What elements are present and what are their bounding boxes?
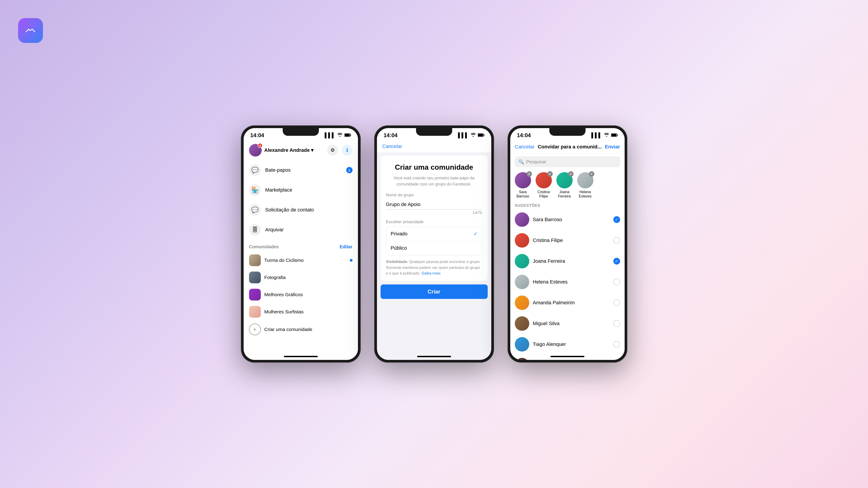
- checkmark-icon: ✓: [473, 231, 477, 237]
- phone3-notch: [549, 128, 586, 136]
- phone-2: 14:04 ▌▌▌ Cancelar Criar uma comunidade: [374, 125, 494, 363]
- cristina-radio[interactable]: [613, 237, 620, 244]
- wifi-icon: [470, 132, 476, 138]
- selected-contacts-row: × SaraBarroso × CristinaFilipe: [510, 170, 625, 201]
- messenger-app-icon: [18, 18, 43, 43]
- privacy-section: Privado ✓ Público: [386, 227, 482, 255]
- privacy-private-option[interactable]: Privado ✓: [386, 227, 482, 241]
- community-item-graphics[interactable]: Melhores Gráficos: [244, 286, 358, 303]
- cycling-avatar: [249, 254, 261, 266]
- cristina-remove-button[interactable]: ×: [547, 171, 553, 177]
- contact-request-label: Solicitação de contato: [265, 207, 314, 213]
- user-name-display[interactable]: Alexandre Andrade ▾: [265, 147, 314, 153]
- phone1-content: 4 Alexandre Andrade ▾ ⚙ ℹ: [244, 140, 358, 360]
- tiago-name: Tiago Alenquer: [533, 341, 566, 347]
- cristina-selected-name: CristinaFilipe: [537, 190, 550, 198]
- community-item-photo[interactable]: Fotografia: [244, 269, 358, 286]
- magda-avatar: [515, 358, 529, 360]
- phone2-cancel-button[interactable]: Cancelar: [382, 143, 402, 149]
- sara-selected-name: SaraBarroso: [516, 190, 529, 198]
- phone1-header: 4 Alexandre Andrade ▾ ⚙ ℹ: [244, 140, 358, 160]
- group-name-input[interactable]: [386, 200, 482, 210]
- public-label: Público: [391, 245, 407, 251]
- communities-title: Comunidades: [249, 244, 279, 250]
- contact-helena[interactable]: Helena Esteves: [510, 271, 625, 292]
- phone1-time: 14:04: [250, 132, 264, 138]
- photo-avatar: [249, 271, 261, 283]
- contact-cristina[interactable]: Cristina Filipe: [510, 230, 625, 251]
- edit-communities-button[interactable]: Editar: [340, 244, 352, 250]
- phone-1: 14:04 ▌▌▌: [241, 125, 361, 363]
- wifi-icon: [604, 132, 609, 138]
- chevron-down-icon: ▾: [311, 147, 313, 153]
- group-name-label: Nome do grupo: [386, 193, 482, 197]
- sara-radio[interactable]: ✓: [613, 216, 620, 223]
- svg-rect-2: [345, 134, 350, 136]
- saiba-mais-link[interactable]: Saiba mais: [422, 271, 440, 275]
- photo-name: Fotografia: [265, 275, 286, 280]
- create-community-item[interactable]: + Criar uma comunidade: [244, 320, 358, 338]
- joana-remove-button[interactable]: ×: [568, 171, 574, 177]
- miguel-radio[interactable]: [613, 320, 620, 327]
- contact-magda[interactable]: Magda Santos: [510, 355, 625, 360]
- phone2-status-icons: ▌▌▌: [458, 132, 485, 138]
- selected-sara: × SaraBarroso: [515, 172, 531, 198]
- contact-tiago[interactable]: Tiago Alenquer: [510, 334, 625, 355]
- community-item-surf[interactable]: Mulheres Surfistas: [244, 303, 358, 320]
- joana-radio[interactable]: ✓: [613, 258, 620, 265]
- archive-icon: 🗄: [249, 224, 261, 236]
- phone3-time: 14:04: [517, 132, 531, 138]
- amanda-name: Amanda Palmeirim: [533, 300, 575, 306]
- phone3-status-icons: ▌▌▌: [591, 132, 618, 138]
- archive-label: Arquivar: [265, 227, 284, 233]
- marketplace-menu-item[interactable]: 🏪 Marketplace: [244, 180, 358, 200]
- privacy-public-option[interactable]: Público: [386, 241, 482, 255]
- signal-icon: ▌▌▌: [325, 132, 335, 138]
- create-community-subtitle: Você está criando seu primeiro bate-papo…: [386, 175, 482, 187]
- enviar-button[interactable]: Enviar: [605, 144, 620, 150]
- cycling-name: Turma do Ciclismo: [265, 258, 304, 263]
- marketplace-label: Marketplace: [265, 187, 292, 193]
- phone2-time: 14:04: [384, 132, 398, 138]
- joana-selected-name: JoanaFerreira: [558, 190, 570, 198]
- amanda-radio[interactable]: [613, 299, 620, 306]
- settings-button[interactable]: ⚙: [327, 145, 338, 156]
- visibility-description: Visibilidade. Qualquer pessoa pode encon…: [386, 259, 482, 276]
- surf-avatar: [249, 306, 261, 318]
- archive-menu-item[interactable]: 🗄 Arquivar: [244, 220, 358, 240]
- contact-request-menu-item[interactable]: 💬 Solicitação de contato: [244, 200, 358, 220]
- helena-remove-button[interactable]: ×: [589, 171, 594, 177]
- chats-menu-item[interactable]: 💬 Bate-papos 1: [244, 160, 358, 180]
- contact-miguel[interactable]: Miguel Silva: [510, 313, 625, 334]
- phone3-cancel-button[interactable]: Cancelar: [515, 144, 535, 150]
- search-bar[interactable]: 🔍 Pesquisar: [515, 156, 620, 167]
- joana-avatar: [515, 254, 529, 268]
- sara-remove-button[interactable]: ×: [527, 171, 532, 177]
- create-community-label: Criar uma comunidade: [265, 327, 312, 332]
- svg-rect-8: [611, 134, 616, 136]
- user-profile[interactable]: 4 Alexandre Andrade ▾: [249, 144, 314, 157]
- info-button[interactable]: ℹ: [342, 145, 352, 156]
- privacy-label: Escolher privacidade: [386, 220, 482, 224]
- contact-joana[interactable]: Joana Ferreira ✓: [510, 251, 625, 271]
- phone1-home-indicator: [284, 356, 318, 357]
- wifi-icon: [337, 132, 343, 138]
- create-community-title: Criar uma comunidade: [386, 161, 482, 173]
- graphics-name: Melhores Gráficos: [265, 292, 303, 297]
- criar-button[interactable]: Criar: [380, 285, 488, 299]
- amanda-avatar: [515, 295, 529, 310]
- contact-amanda[interactable]: Amanda Palmeirim: [510, 292, 625, 313]
- selected-helena: × HelenaEsteves: [577, 172, 593, 198]
- tiago-radio[interactable]: [613, 341, 620, 348]
- community-item-cycling[interactable]: Turma do Ciclismo: [244, 252, 358, 269]
- avatar-wrapper: 4: [249, 144, 262, 157]
- battery-icon: [611, 132, 618, 138]
- suggestions-label: SUGESTÕES: [510, 201, 625, 209]
- contact-sara[interactable]: Sara Barroso ✓: [510, 209, 625, 230]
- svg-rect-4: [484, 134, 484, 136]
- phone1-notch: [283, 128, 319, 136]
- cristina-avatar: [515, 233, 529, 248]
- helena-radio[interactable]: [613, 279, 620, 285]
- signal-icon: ▌▌▌: [458, 132, 469, 138]
- miguel-avatar: [515, 316, 529, 331]
